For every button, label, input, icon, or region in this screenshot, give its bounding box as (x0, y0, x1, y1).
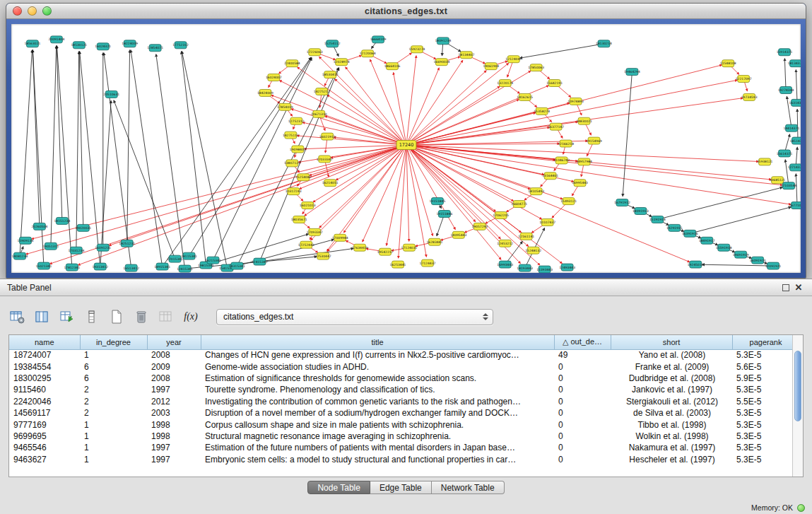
network-node[interactable]: 14275112 (283, 132, 299, 139)
network-node[interactable]: 15591918 (716, 244, 732, 251)
network-node[interactable]: 17031234 (68, 247, 84, 254)
table-row[interactable]: 969969511998Structural magnetic resonanc… (9, 431, 799, 442)
network-node[interactable]: 17124437 (420, 259, 436, 267)
table-selector-dropdown[interactable]: citations_edges.txt (216, 309, 493, 325)
network-node[interactable]: 17240 (396, 141, 416, 150)
network-node[interactable]: 15393443 (536, 266, 553, 273)
network-node[interactable]: 19151845 (430, 198, 446, 205)
network-node[interactable]: 12453212 (497, 240, 513, 247)
table-row[interactable]: 1830029562008Estimation of significance … (9, 373, 799, 384)
table-options-icon[interactable] (8, 308, 27, 326)
network-node[interactable]: 15191914 (649, 216, 666, 223)
network-node[interactable]: 12714371 (788, 164, 801, 171)
single-column-icon[interactable] (83, 308, 101, 326)
network-node[interactable]: 19274344 (778, 86, 794, 93)
network-node[interactable]: 17226063 (307, 49, 323, 56)
network-node[interactable]: 19245012 (688, 261, 704, 268)
network-node[interactable]: 16604771 (511, 201, 527, 208)
network-node[interactable]: 15938121 (757, 158, 773, 165)
network-node[interactable]: 17850063 (528, 64, 544, 71)
network-node[interactable]: 19691919 (733, 251, 749, 258)
network-node[interactable]: 19057293 (471, 223, 488, 230)
new-table-icon[interactable] (107, 308, 126, 326)
table-row[interactable]: 1938455462009Genome-wide association stu… (9, 361, 799, 372)
network-node[interactable]: 19734593 (741, 93, 758, 100)
network-node[interactable]: 10107437 (539, 218, 555, 226)
network-node[interactable]: 17752312 (172, 42, 189, 49)
network-node[interactable]: 15254082 (295, 174, 312, 181)
network-node[interactable]: 17124031 (401, 244, 418, 251)
network-node[interactable]: 12854071 (147, 45, 163, 52)
network-node[interactable]: 18130214 (596, 40, 612, 47)
network-node[interactable]: 22400584 (284, 60, 300, 67)
network-node[interactable]: 19154969 (586, 137, 602, 144)
network-node[interactable]: 17103544 (781, 182, 797, 189)
network-node[interactable]: 18091234 (435, 37, 452, 45)
network-node[interactable]: 12217097 (736, 76, 752, 83)
network-node[interactable]: 15909134 (18, 237, 34, 244)
network-node[interactable]: 19464294 (624, 69, 640, 76)
network-node[interactable]: 17634419 (352, 244, 368, 251)
network-node[interactable]: 15248132 (525, 247, 541, 254)
network-node[interactable]: 16391916 (682, 230, 698, 237)
zoom-window-icon[interactable] (42, 6, 52, 16)
network-node[interactable]: 16021013 (300, 202, 316, 209)
column-header-year[interactable]: year (147, 335, 201, 349)
network-node[interactable]: 18915341 (154, 263, 170, 270)
import-table-icon[interactable] (58, 308, 76, 326)
network-node[interactable]: 15914371 (777, 49, 793, 56)
table-row[interactable]: 946362711997Embryonic stem cells: a mode… (9, 454, 799, 465)
tab-edge-table[interactable]: Edge Table (370, 481, 432, 494)
function-builder-icon[interactable]: f(x) (182, 308, 200, 326)
network-node[interactable]: 12091921 (765, 262, 782, 269)
close-window-icon[interactable] (13, 6, 22, 16)
network-node[interactable]: 12415341 (177, 265, 193, 272)
float-panel-icon[interactable] (779, 282, 792, 293)
network-node[interactable]: 18091913 (632, 208, 649, 215)
network-node[interactable]: 18134371 (788, 60, 801, 67)
network-node[interactable]: 14957984 (576, 158, 592, 165)
network-node[interactable]: 18514371 (790, 137, 801, 144)
network-node[interactable]: 12028974 (334, 59, 350, 66)
network-node[interactable]: 20091404 (48, 36, 64, 43)
network-node[interactable]: 14162615 (517, 93, 533, 100)
network-node[interactable]: 12124049 (505, 56, 522, 63)
network-node[interactable]: 18193443 (517, 264, 533, 271)
network-node[interactable]: 16664109 (370, 36, 387, 43)
tab-node-table[interactable]: Node Table (307, 481, 370, 494)
network-node[interactable]: 11548108 (720, 60, 736, 67)
network-node[interactable]: 14830021 (576, 117, 592, 124)
network-node[interactable]: 16024007 (266, 74, 282, 81)
network-node[interactable]: 19313412 (92, 263, 108, 270)
column-header-pagerank[interactable]: pagerank (732, 335, 799, 349)
network-node[interactable]: 16214051 (322, 180, 339, 187)
network-node[interactable]: 16215341 (205, 257, 221, 264)
network-node[interactable]: 15493121 (560, 198, 577, 205)
network-node[interactable]: 14275212 (314, 88, 330, 95)
network-node[interactable]: 18251231 (119, 240, 135, 247)
network-node[interactable]: 18151234 (54, 217, 70, 224)
tab-network-table[interactable]: Network Table (432, 481, 505, 494)
network-node[interactable]: 16091920 (750, 257, 766, 264)
table-row[interactable]: 977716911998Corpus callosum shape and si… (9, 419, 799, 430)
table-row[interactable]: 911546021997Tourette syndrome. Phenomeno… (9, 384, 799, 395)
network-node[interactable]: 17812341 (64, 264, 80, 271)
network-node[interactable]: 16283441 (427, 238, 443, 245)
network-node[interactable]: 18424009 (257, 89, 273, 96)
network-node[interactable]: 16091231 (95, 244, 111, 251)
network-node[interactable]: 10974893 (567, 98, 584, 105)
network-node[interactable]: 16253441 (390, 261, 406, 268)
network-node[interactable]: 14095443 (450, 231, 466, 238)
network-node[interactable]: 19020031 (75, 224, 91, 231)
network-node[interactable]: 11046742 (553, 157, 570, 164)
column-header-title[interactable]: title (201, 335, 554, 349)
network-node[interactable]: 19542217 (377, 248, 394, 255)
table-scrollbar-thumb[interactable] (794, 351, 801, 421)
network-canvas[interactable]: 1724022400584160240071842400917854019127… (11, 24, 801, 273)
network-node[interactable]: 16021913 (319, 133, 336, 140)
network-node[interactable]: 19061904 (483, 63, 499, 70)
minimize-window-icon[interactable] (28, 6, 37, 16)
network-node[interactable]: 16690034 (434, 59, 450, 66)
delete-table-icon[interactable] (132, 308, 151, 326)
show-columns-icon[interactable] (33, 308, 52, 326)
